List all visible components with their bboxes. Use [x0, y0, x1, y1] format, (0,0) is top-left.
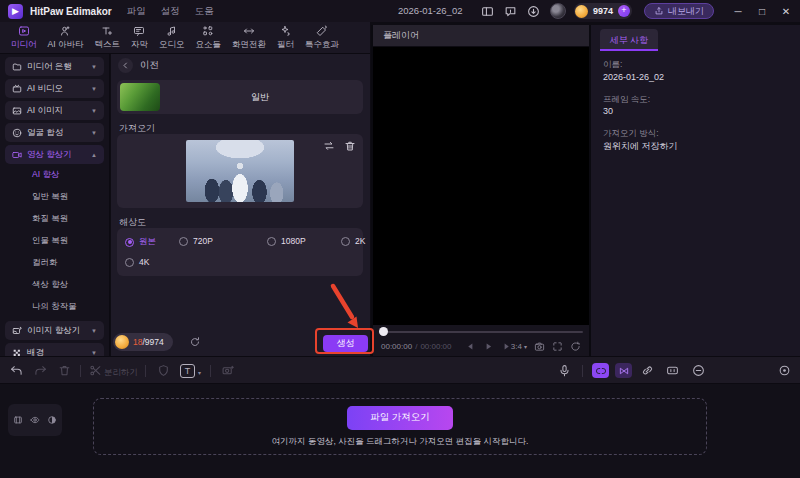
- export-label: 내보내기: [668, 5, 704, 18]
- track-frame-button[interactable]: [666, 364, 679, 377]
- layout-icon[interactable]: [481, 5, 494, 18]
- sidebar-item-media-bank[interactable]: 미디어 은행▼: [5, 57, 104, 76]
- tab-effects[interactable]: 특수효과: [301, 25, 343, 51]
- fit-timeline-button[interactable]: [778, 364, 791, 377]
- video-preview[interactable]: [373, 47, 589, 325]
- replace-button[interactable]: [323, 140, 335, 152]
- imported-photo[interactable]: [186, 140, 294, 202]
- auto-ripple-toggle[interactable]: [615, 363, 632, 378]
- split-button[interactable]: [89, 364, 102, 377]
- zoom-out-button[interactable]: [692, 364, 705, 377]
- resolution-option-1080p[interactable]: 1080P: [267, 236, 306, 246]
- loop-button[interactable]: [570, 341, 581, 352]
- sidebar-sub-color-enhance[interactable]: 색상 향상: [0, 274, 109, 296]
- maximize-button[interactable]: □: [752, 6, 772, 17]
- chevron-down-icon: ▼: [91, 86, 97, 92]
- undo-icon: [10, 364, 23, 377]
- record-button[interactable]: [222, 364, 235, 377]
- seek-bar[interactable]: [381, 331, 583, 333]
- resolution-option-4k[interactable]: 4K: [125, 257, 149, 267]
- sidebar-sub-quality-restore[interactable]: 화질 복원: [0, 208, 109, 230]
- tab-subtitles[interactable]: 자막: [127, 25, 152, 51]
- frame-view-button[interactable]: [552, 341, 563, 352]
- refresh-button[interactable]: [189, 336, 201, 348]
- tab-details[interactable]: 세부 사항: [600, 29, 658, 51]
- toggle-visibility-button[interactable]: [30, 415, 40, 425]
- resolution-option-720p[interactable]: 720P: [179, 236, 213, 246]
- sidebar-sub-general-restore[interactable]: 일반 복원: [0, 186, 109, 208]
- media-dropzone[interactable]: 파일 가져오기 여기까지 동영상, 사진을 드래그하거나 가져오면 편집을 시작…: [93, 398, 707, 455]
- sidebar-item-face-swap[interactable]: 얼굴 합성▼: [5, 123, 104, 142]
- snap-toggle[interactable]: [592, 363, 609, 378]
- frame-icon: [552, 341, 563, 352]
- delete-media-button[interactable]: [344, 140, 356, 152]
- tab-transitions[interactable]: 화면전환: [228, 25, 270, 51]
- sidebar-item-image-enhancer[interactable]: 이미지 향상기▼: [5, 321, 104, 340]
- play-button[interactable]: [484, 342, 493, 351]
- video-track-button[interactable]: [13, 415, 23, 425]
- sidebar-item-background[interactable]: 배경▼: [5, 343, 104, 356]
- radio-icon: [267, 237, 276, 246]
- credits-total: /9974: [142, 337, 163, 347]
- add-credits-button[interactable]: +: [618, 5, 630, 17]
- audio-half-icon: [47, 415, 57, 425]
- credits-badge[interactable]: 9974 +: [574, 3, 632, 19]
- time-current: 00:00:00: [381, 342, 412, 351]
- mask-button[interactable]: [157, 364, 170, 377]
- sidebar-item-ai-image[interactable]: AI 이미지▼: [5, 101, 104, 120]
- menu-file[interactable]: 파일: [127, 5, 146, 18]
- user-avatar[interactable]: [550, 3, 566, 19]
- aspect-ratio-select[interactable]: 3:4▾: [511, 342, 527, 351]
- undo-button[interactable]: [10, 364, 23, 377]
- time-total: 00:00:00: [420, 342, 451, 351]
- sidebar-item-ai-video[interactable]: AI 비디오▼: [5, 79, 104, 98]
- trash-icon: [58, 364, 71, 377]
- tab-text[interactable]: 텍스트: [90, 25, 124, 51]
- tab-filters[interactable]: 필터: [273, 25, 298, 51]
- tab-audio[interactable]: 오디오: [155, 25, 189, 51]
- sidebar-sub-colorize[interactable]: 컬러화: [0, 252, 109, 274]
- radio-icon: [179, 237, 188, 246]
- enhance-panel: 이전 일반 가져오기 해상도 원본 720P 1080P 2K 4K 18 /9…: [111, 54, 370, 356]
- feedback-icon[interactable]: [504, 5, 517, 18]
- link-clips-button[interactable]: [641, 364, 654, 377]
- resolution-option-2k[interactable]: 2K: [341, 236, 365, 246]
- video-track-icon: [13, 415, 23, 425]
- next-frame-button[interactable]: [502, 342, 511, 351]
- resolution-option-original[interactable]: 원본: [125, 236, 156, 248]
- tab-ai-avatar[interactable]: AI 아바타: [44, 25, 88, 51]
- minimize-button[interactable]: ─: [728, 6, 748, 17]
- sidebar-sub-portrait-restore[interactable]: 인물 복원: [0, 230, 109, 252]
- close-button[interactable]: ✕: [776, 6, 796, 17]
- tab-elements[interactable]: 요소들: [191, 25, 225, 51]
- prev-frame-button[interactable]: [466, 342, 475, 351]
- menu-settings[interactable]: 설정: [161, 5, 180, 18]
- back-button[interactable]: 이전: [118, 58, 159, 73]
- mute-track-button[interactable]: [47, 415, 57, 425]
- snapshot-button[interactable]: [534, 341, 545, 352]
- elements-icon: [202, 25, 214, 37]
- delete-clip-button[interactable]: [58, 364, 71, 377]
- voiceover-button[interactable]: [558, 364, 571, 377]
- export-button[interactable]: 내보내기: [644, 3, 714, 19]
- zoom-out-icon: [692, 364, 705, 377]
- download-icon[interactable]: [527, 5, 540, 18]
- trash-icon: [344, 140, 356, 152]
- preset-card[interactable]: 일반: [117, 80, 363, 114]
- chevron-down-icon[interactable]: ▾: [198, 369, 201, 376]
- chevron-down-icon: ▼: [91, 64, 97, 70]
- track-frame-icon: [666, 364, 679, 377]
- sidebar-sub-ai-enhance[interactable]: AI 향상: [0, 164, 109, 186]
- redo-button[interactable]: [34, 364, 47, 377]
- text-tool-button[interactable]: T: [180, 364, 195, 378]
- sidebar-sub-my-creations[interactable]: 나의 창작물: [0, 296, 109, 318]
- radio-icon: [125, 258, 134, 267]
- seek-handle[interactable]: [379, 327, 388, 336]
- next-frame-icon: [502, 342, 511, 351]
- import-file-button[interactable]: 파일 가져오기: [347, 406, 453, 430]
- chevron-down-icon: ▾: [524, 343, 527, 350]
- scissors-icon: [89, 364, 102, 377]
- sidebar-item-video-enhancer[interactable]: 영상 향상기▲: [5, 145, 104, 164]
- menu-help[interactable]: 도움: [195, 5, 214, 18]
- tab-media[interactable]: 미디어: [7, 25, 41, 51]
